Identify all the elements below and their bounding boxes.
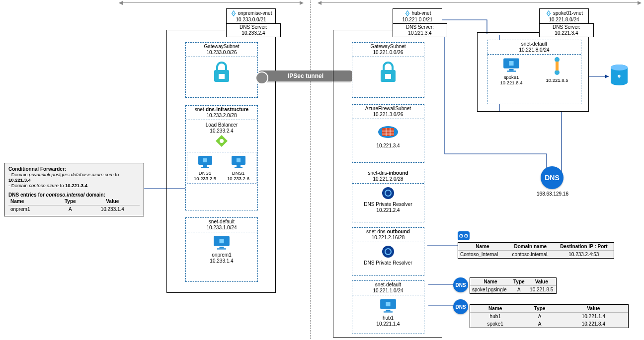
svg-rect-37 [386, 310, 390, 311]
hub-vnet-name: hub-vnet [412, 10, 431, 16]
subnet-header: GatewaySubnet 10.233.0.0/26 [186, 43, 257, 57]
subnet-name: snet-default [186, 219, 257, 225]
hub-default-subnet: snet-default10.221.1.0/24 hub1 10.221.1.… [352, 280, 424, 334]
svg-rect-9 [219, 74, 225, 79]
vpn-gateway-icon [210, 80, 233, 86]
hub-gateway-subnet: GatewaySubnet10.221.0.0/26 [352, 42, 424, 98]
svg-rect-23 [219, 239, 224, 243]
vm-icon [501, 69, 521, 74]
onprem-note: Conditionnal Forwarder: - Domain private… [4, 163, 144, 216]
vm-icon [197, 165, 214, 170]
dns1-ip: 10.233.2.5 [194, 176, 216, 181]
hub-vnet-header: hub-vnet 10.221.0.0/21 [393, 8, 442, 24]
svg-rect-38 [384, 311, 393, 312]
subnet-cidr: 10.221.3.0/26 [352, 112, 424, 118]
svg-rect-27 [382, 128, 394, 136]
hub-dns-header: DNS Server: 10.221.3.4 [393, 23, 447, 37]
onprem-dns-infra-subnet: snet-dns-infrastructure 10.233.2.0/28 Lo… [185, 105, 258, 210]
svg-rect-13 [203, 165, 207, 167]
onprem-vnet-header: onpremise-vnet 10.233.0.0/21 [226, 8, 276, 24]
boundary-divider [310, 0, 311, 340]
fw-ip: 10.221.3.4 [353, 143, 423, 149]
dns-zone-badge-icon: DNS [453, 277, 468, 292]
hub-dns-inbound-subnet: snet-dns-inbound10.221.2.0/28 DNS Privat… [352, 169, 424, 222]
subnet-header: snet-default 10.233.1.0/24 [186, 218, 257, 232]
hub-vnet-cidr: 10.221.0.0/21 [402, 17, 432, 22]
azure-dns-ip: 168.63.129.16 [533, 191, 572, 197]
forwarding-rule-table: NameDomain nameDestination IP : Port Con… [458, 242, 614, 259]
subnet-cidr: 10.233.2.0/28 [186, 113, 257, 119]
azure-width-arrow [318, 2, 641, 3]
dns1-name: DNS1 [194, 170, 216, 176]
subnet-cidr: 10.233.1.0/24 [186, 225, 257, 231]
svg-point-32 [382, 187, 394, 199]
vm-icon [212, 247, 232, 252]
subnet-cidr: 10.221.0.0/26 [352, 50, 424, 56]
svg-rect-25 [385, 74, 391, 79]
onprem-vnet-cidr: 10.233.0.0/21 [236, 17, 266, 22]
svg-point-11 [220, 139, 224, 143]
dns-resolver-icon [381, 196, 396, 202]
subnet-cidr: 10.233.0.0/26 [186, 50, 257, 56]
svg-point-34 [382, 246, 394, 258]
onprem-dns-table: NameTypeValue onprem1A10.233.1.4 [8, 198, 140, 213]
vnet-icon [404, 10, 411, 17]
onprem-vnet-dns: DNS Server: 10.233.2.4 [240, 24, 267, 36]
subnet-name: GatewaySubnet [186, 44, 257, 50]
vm-icon [230, 165, 247, 170]
dns2-ip: 10.233.2.6 [227, 176, 249, 181]
spoke-vnet-header: spoke01-vnet 10.221.8.0/24 [539, 8, 589, 24]
spoke-default-subnet: snet-default10.221.8.0/24 spoke1 10.221.… [487, 40, 581, 104]
svg-rect-43 [509, 61, 513, 66]
svg-rect-15 [203, 158, 207, 162]
subnet-header: snet-dns-infrastructure 10.233.2.0/28 [186, 106, 257, 120]
onprem-dns-header: DNS Server: 10.233.2.4 [226, 23, 281, 37]
svg-rect-21 [219, 247, 224, 248]
spoke-dns-header: DNS Server: 10.221.3.4 [539, 23, 594, 37]
subnet-name-bold: dns-infrastructure [206, 107, 248, 112]
vpn-gateway-icon [377, 80, 400, 86]
subnet-name-prefix: snet- [195, 107, 206, 112]
vm-name: onprem1 [187, 252, 256, 258]
dns-resolver-icon [381, 255, 396, 260]
svg-rect-14 [201, 167, 209, 168]
svg-point-45 [555, 70, 560, 75]
diagram-canvas: onpremise-vnet 10.233.0.0/21 DNS Server:… [0, 0, 644, 340]
dns-zone-badge-icon: DNS [453, 299, 468, 314]
lb-ip: 10.233.2.4 [187, 128, 256, 134]
load-balancer-icon [187, 134, 256, 149]
svg-rect-46 [556, 62, 559, 70]
lb-name: Load Balancer [187, 122, 256, 128]
svg-point-48 [611, 65, 628, 70]
contoso-azure-zone-table: NameTypeValue hub1A10.221.1.4 spoke1A10.… [470, 304, 629, 328]
onprem-gateway-subnet: GatewaySubnet 10.233.0.0/26 [185, 42, 258, 98]
vm-icon [378, 310, 398, 315]
svg-rect-39 [386, 302, 390, 306]
azure-dns-icon: DNS [541, 166, 564, 189]
svg-rect-17 [237, 165, 241, 167]
ruleset-icon: ⚙⚙ [458, 231, 470, 240]
hub-vnet-dns: DNS Server: 10.221.3.4 [406, 24, 434, 36]
hub-dns-outbound-subnet: snet-dns-outbound10.221.2.16/28 DNS Priv… [352, 227, 424, 276]
pg-zone-table: NameTypeValue spoke1pgsingleA10.221.8.5 [470, 277, 557, 294]
svg-rect-22 [217, 248, 226, 249]
onprem-default-subnet: snet-default 10.233.1.0/24 onprem1 10.23… [185, 217, 258, 282]
onprem-vnet-name: onpremise-vnet [238, 10, 272, 16]
svg-point-44 [555, 57, 560, 62]
svg-text:ᵠ: ᵠ [618, 73, 621, 81]
svg-rect-19 [237, 158, 241, 162]
vm-ip: 10.233.1.4 [187, 258, 256, 264]
svg-rect-18 [235, 167, 242, 168]
subnet-name: GatewaySubnet [352, 44, 424, 50]
vnet-icon [230, 10, 237, 17]
firewall-icon [377, 135, 399, 140]
svg-rect-42 [507, 70, 516, 71]
private-endpoint-icon [549, 72, 565, 77]
vnet-icon [545, 10, 552, 17]
subnet-name: AzureFirewallSubnet [352, 106, 424, 112]
onprem-width-arrow [119, 2, 303, 3]
hub-firewall-subnet: AzureFirewallSubnet10.221.3.0/26 10.221.… [352, 104, 424, 163]
dns2-name: DNS1 [227, 170, 249, 176]
postgres-icon: ᵠ [609, 64, 630, 89]
svg-rect-41 [509, 69, 513, 70]
